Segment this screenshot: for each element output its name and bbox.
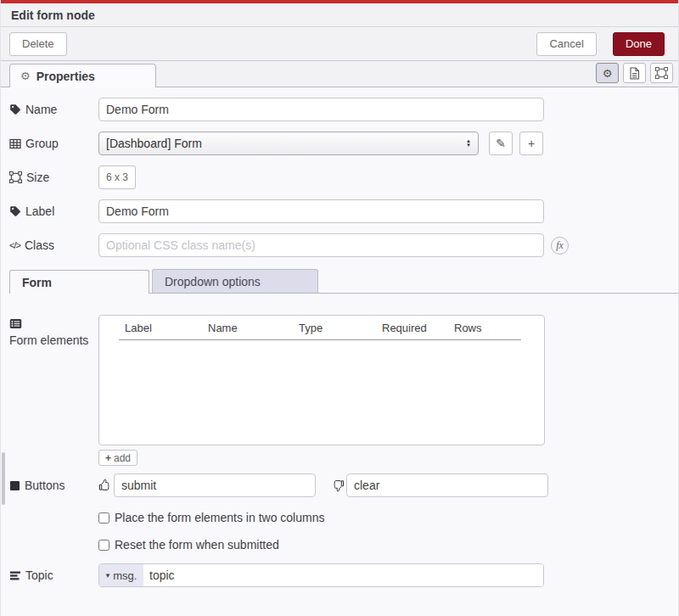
topic-type-label: msg. (113, 569, 137, 582)
square-icon (9, 480, 20, 491)
tag-icon (9, 104, 21, 115)
topic-row: Topic ▾ msg. (9, 563, 678, 587)
topic-input-group: ▾ msg. (98, 563, 544, 587)
list-icon (9, 318, 22, 329)
size-button[interactable]: 6 x 3 (98, 165, 136, 189)
form-elements-empty-body (99, 340, 544, 437)
two-columns-checkbox[interactable] (98, 512, 109, 524)
column-label: Label (125, 322, 208, 334)
subtab-form[interactable]: Form (9, 270, 149, 294)
document-icon (629, 67, 640, 80)
properties-view-button[interactable]: ⚙ (596, 63, 619, 83)
topic-input[interactable] (143, 564, 543, 586)
clear-button-text-input[interactable] (346, 473, 548, 497)
properties-panel: Name Group [Dashboard] Form ▲ ▼ (1, 87, 678, 616)
tab-properties[interactable]: ⚙ Properties (9, 64, 156, 87)
select-arrows-icon: ▲ ▼ (466, 139, 471, 148)
submit-button-text-input[interactable] (114, 473, 316, 497)
description-view-button[interactable] (623, 63, 646, 83)
reset-checkbox-row: Reset the form when submitted (98, 538, 678, 552)
code-icon: </> (9, 240, 20, 250)
form-elements-section: Form elements Label Name Type Required R… (9, 315, 678, 466)
appearance-view-button[interactable] (650, 63, 673, 83)
pencil-icon: ✎ (496, 137, 506, 150)
object-group-icon (655, 67, 668, 79)
class-input[interactable] (98, 233, 544, 257)
group-select[interactable]: [Dashboard] Form ▲ ▼ (98, 132, 479, 155)
add-element-button[interactable]: + add (98, 450, 137, 466)
scrollbar-thumb[interactable] (2, 452, 5, 505)
topic-label: Topic (9, 568, 98, 582)
column-name: Name (208, 322, 299, 334)
object-group-icon (9, 171, 22, 183)
dialog-title-bar: Edit form node (1, 3, 678, 27)
two-columns-checkbox-row: Place the form elements in two columns (98, 511, 678, 524)
group-label: Group (9, 137, 98, 150)
form-elements-list[interactable]: Label Name Type Required Rows (98, 315, 545, 445)
buttons-row: Buttons (9, 473, 678, 497)
cancel-button[interactable]: Cancel (536, 32, 596, 56)
label-row: Label (9, 199, 678, 223)
delete-button[interactable]: Delete (9, 32, 67, 56)
fx-icon: fx (556, 239, 564, 252)
form-subtabs: Form Dropdown options (9, 269, 678, 294)
tasks-icon (9, 570, 21, 581)
plus-icon: + (105, 452, 111, 464)
done-button[interactable]: Done (613, 32, 665, 56)
group-row: Group [Dashboard] Form ▲ ▼ ✎ + (9, 132, 678, 155)
form-elements-header: Label Name Type Required Rows (119, 316, 521, 340)
edit-group-button[interactable]: ✎ (489, 132, 513, 155)
buttons-label: Buttons (9, 479, 98, 492)
caret-down-icon: ▾ (106, 571, 110, 580)
tab-properties-label: Properties (36, 70, 95, 83)
gear-icon: ⚙ (603, 67, 613, 80)
label-label: Label (9, 204, 98, 218)
column-required: Required (382, 322, 454, 334)
subtab-dropdown-options[interactable]: Dropdown options (152, 269, 318, 293)
size-row: Size 6 x 3 (9, 165, 678, 189)
gear-icon: ⚙ (20, 70, 31, 82)
tag-icon (9, 205, 21, 217)
name-input[interactable] (98, 98, 544, 121)
editor-tabbar: ⚙ Properties ⚙ (1, 61, 678, 87)
dialog-title: Edit form node (11, 8, 95, 22)
column-rows: Rows (454, 322, 521, 334)
add-group-button[interactable]: + (519, 132, 543, 155)
class-row: </> Class fx (9, 233, 678, 257)
thumbs-up-icon (98, 479, 112, 492)
edit-form-node-dialog: Edit form node Delete Cancel Done ⚙ Prop… (0, 0, 679, 616)
expression-button[interactable]: fx (551, 237, 569, 255)
table-icon (9, 138, 21, 149)
name-label: Name (9, 103, 98, 116)
dialog-toolbar: Delete Cancel Done (1, 27, 678, 61)
group-select-value: [Dashboard] Form (106, 137, 466, 150)
thumbs-down-icon (331, 479, 345, 492)
topic-type-button[interactable]: ▾ msg. (99, 564, 143, 586)
label-input[interactable] (98, 199, 544, 223)
tab-actions: ⚙ (596, 63, 673, 83)
column-type: Type (299, 322, 382, 334)
class-label: </> Class (9, 238, 98, 252)
form-elements-label: Form elements (9, 315, 98, 347)
reset-checkbox[interactable] (98, 540, 109, 551)
name-row: Name (9, 98, 678, 121)
size-label: Size (9, 171, 98, 184)
plus-icon: + (528, 137, 535, 150)
